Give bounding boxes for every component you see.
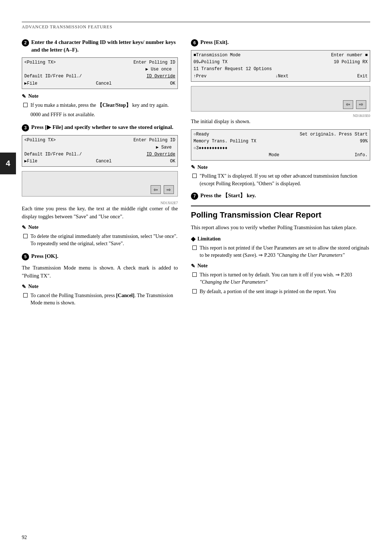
step7-label: Press the 【Start】 key. — [200, 192, 256, 199]
step2-note-text1: If you make a mistake, press the 【Clear/… — [30, 102, 169, 109]
step6-lcd-row2: 09↵Polling TX 10 Polling RX — [193, 59, 368, 66]
step2-circle: 2 — [22, 39, 29, 46]
page-number: 92 — [22, 535, 27, 540]
note-checkbox5 — [192, 272, 197, 277]
note-icon4: ✎ — [191, 164, 195, 170]
step6-note: ✎ Note "Polling TX" is displayed. If you… — [191, 164, 370, 187]
lcd2-row2: ▶ Save — [24, 144, 175, 151]
step3-note-title: ✎ Note — [22, 224, 178, 231]
step2-lcd: <Polling TX> Enter Polling ID ▶ Use once… — [22, 57, 178, 89]
step5-note-item1: To cancel the Polling Transmission, pres… — [23, 292, 178, 307]
step6-body: The initial display is shown. — [191, 118, 370, 126]
step3-title: Press [▶ File] and specify whether to sa… — [31, 123, 173, 131]
section-title: Polling Transmission Clear Report — [191, 210, 370, 220]
lcd1-row3: Default ID/Free Poll./ID Override — [24, 73, 175, 80]
step6-note-title: ✎ Note — [191, 164, 370, 170]
step2-title: Enter the 4 character Polling ID with le… — [31, 39, 178, 54]
right-arrow-right[interactable]: ⇨ — [356, 100, 366, 109]
section-note-title: ✎ Note — [191, 263, 370, 269]
step2-header: 2 Enter the 4 character Polling ID with … — [22, 39, 178, 54]
lcd2-row1: <Polling TX> Enter Polling ID — [24, 137, 175, 144]
limitation-text1: This report is not printed if the User P… — [200, 244, 370, 259]
step6-label: Press [Exit]. — [200, 39, 229, 46]
chapter-tab: 4 — [0, 153, 16, 174]
note-icon5: ✎ — [191, 263, 195, 269]
limitation-item1: This report is not printed if the User P… — [192, 244, 370, 259]
lcd2-row4: ▶File Cancel OK — [24, 158, 175, 165]
right-arrow[interactable]: ⇨ — [164, 185, 174, 194]
step2-note-item2: 0000 and FFFF is not available. — [23, 111, 178, 118]
step3-header: 3 Press [▶ File] and specify whether to … — [22, 123, 178, 131]
status-row2: Memory Trans. Polling TX 99% — [193, 138, 368, 145]
step2-note-item1: If you make a mistake, press the 【Clear/… — [23, 102, 178, 109]
limitation-icon: ◆ — [191, 235, 195, 242]
section-note-text1: This report is turned on by default. You… — [200, 271, 370, 286]
two-column-layout: 2 Enter the 4 character Polling ID with … — [22, 39, 370, 310]
step3-note: ✎ Note To delete the original immediatel… — [22, 224, 178, 248]
step3-note-item1: To delete the original immediately after… — [23, 233, 178, 248]
step3-body: Each time you press the key, the text at… — [22, 205, 178, 221]
lcd1-row1: <Polling TX> Enter Polling ID — [24, 59, 175, 66]
note-checkbox4 — [192, 174, 197, 178]
step6-status-lcd: ○Ready Set originals. Press Start Memory… — [191, 129, 370, 161]
header-text: ADVANCED TRANSMISSION FEATURES — [22, 24, 113, 29]
page-header: ADVANCED TRANSMISSION FEATURES — [22, 22, 370, 30]
section-body: This report allows you to verify whether… — [191, 224, 370, 232]
step6-lcd: ■Transmission Mode Enter number ■ 09↵Pol… — [191, 50, 370, 82]
note-checkbox — [23, 103, 28, 107]
step7-circle: 7 — [191, 193, 198, 200]
note-icon2: ✎ — [22, 224, 26, 231]
step5-header: 5 Press [OK]. — [22, 252, 178, 260]
status-row3: ○3♦♦♦♦♦♦♦♦♦♦♦ — [193, 145, 368, 152]
step5-body: The Transmission Mode menu is shown. A c… — [22, 264, 178, 280]
status-row1: ○Ready Set originals. Press Start — [193, 131, 368, 138]
step5-note-title: ✎ Note — [22, 284, 178, 290]
section-heading: Polling Transmission Clear Report — [191, 206, 370, 220]
section-note-item2: By default, a portion of the sent image … — [192, 288, 370, 295]
step6-nd-label: ND1K03E0 — [191, 114, 370, 118]
step3-circle: 3 — [22, 124, 29, 131]
step5-note: ✎ Note To cancel the Polling Transmissio… — [22, 284, 178, 307]
step6-lcd-row4: ↑Prev ↓Next Exit — [193, 73, 368, 80]
step6-header: 6 Press [Exit]. — [191, 39, 370, 46]
step3-lcd: <Polling TX> Enter Polling ID ▶ Save Def… — [22, 135, 178, 167]
step6-note-text1: "Polling TX" is displayed. If you set up… — [200, 173, 370, 187]
step5-note-text1: To cancel the Polling Transmission, pres… — [30, 292, 178, 307]
lcd1-row2: ▶ Use once — [24, 66, 175, 73]
step6-lcd-row1: ■Transmission Mode Enter number ■ — [193, 52, 368, 59]
note-checkbox6 — [192, 289, 197, 293]
step3-nd-label: ND1X02E7 — [22, 201, 178, 205]
note-checkbox3 — [23, 293, 28, 297]
step5-circle: 5 — [22, 253, 29, 260]
status-row4: Mode Info. — [193, 152, 368, 159]
step3-display-box: ⇦ ⇨ — [22, 171, 178, 197]
step5-label-text: Press [OK]. — [31, 253, 58, 259]
step6-circle: 6 — [191, 39, 198, 46]
lcd1-row4: ▶File Cancel OK — [24, 80, 175, 87]
left-arrow[interactable]: ⇦ — [151, 185, 161, 194]
note-checkbox2 — [23, 234, 28, 238]
lcd2-row3: Default ID/Free Poll./ID Override — [24, 151, 175, 158]
note-icon: ✎ — [22, 93, 26, 100]
section-note: ✎ Note This report is turned on by defau… — [191, 263, 370, 296]
step7-header: 7 Press the 【Start】 key. — [191, 192, 370, 200]
left-column: 2 Enter the 4 character Polling ID with … — [22, 39, 178, 310]
step2-note-text2: 0000 and FFFF is not available. — [30, 111, 95, 118]
step2-note-title: ✎ Note — [22, 93, 178, 100]
limitation-title: ◆ Limitation — [191, 235, 370, 242]
limitation-checkbox — [192, 246, 197, 250]
step2-note: ✎ Note If you make a mistake, press the … — [22, 93, 178, 119]
step6-note-item1: "Polling TX" is displayed. If you set up… — [192, 173, 370, 187]
step6-lcd-row3: 11 Transfer Request 12 Options — [193, 66, 368, 73]
note-icon3: ✎ — [22, 284, 26, 290]
step5-label: Press [OK]. — [31, 252, 58, 260]
limitation-section: ◆ Limitation This report is not printed … — [191, 235, 370, 259]
step6-display-box: ⇦ ⇨ — [191, 86, 370, 112]
page-container: ADVANCED TRANSMISSION FEATURES 4 2 Enter… — [0, 0, 392, 555]
right-arrow-left[interactable]: ⇦ — [343, 100, 353, 109]
step3-note-text1: To delete the original immediately after… — [30, 233, 178, 248]
section-note-text2: By default, a portion of the sent image … — [200, 288, 336, 295]
right-column: 6 Press [Exit]. ■Transmission Mode Enter… — [191, 39, 370, 310]
section-note-item1: This report is turned on by default. You… — [192, 271, 370, 286]
